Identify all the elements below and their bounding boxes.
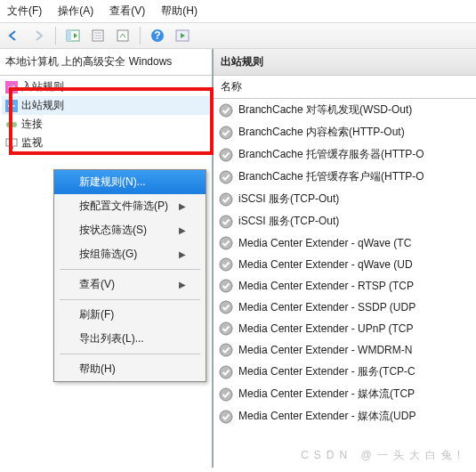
ctx-filter-group[interactable]: 按组筛选(G)▶ [54,242,206,266]
tree-item-inbound[interactable]: 入站规则 [2,77,210,96]
context-menu: 新建规则(N)... 按配置文件筛选(P)▶ 按状态筛选(S)▶ 按组筛选(G)… [53,169,206,382]
rule-name: Media Center Extender - qWave (TC [238,237,411,249]
svg-point-12 [6,122,12,127]
rule-out-icon [5,100,18,112]
properties-icon [91,28,105,43]
submenu-arrow-icon: ▶ [179,225,186,235]
check-circle-icon [219,236,233,250]
rule-row[interactable]: Media Center Extender - WMDRM-N [214,339,476,361]
ctx-label: 查看(V) [79,277,115,292]
rule-row[interactable]: iSCSI 服务(TCP-Out) [214,210,476,232]
ctx-label: 按配置文件筛选(P) [79,199,168,214]
submenu-arrow-icon: ▶ [179,280,186,289]
rule-name: BranchCache 对等机发现(WSD-Out) [238,102,412,118]
ctx-filter-state[interactable]: 按状态筛选(S)▶ [54,218,206,242]
tree-label: 监视 [21,135,43,151]
check-circle-icon [219,103,233,118]
ctx-separator [60,354,200,354]
toolbar: ? [0,22,476,49]
forward-button[interactable] [28,26,48,45]
rule-name: iSCSI 服务(TCP-Out) [238,214,339,229]
tree-root[interactable]: 本地计算机 上的高级安全 Windows [0,49,212,76]
menu-action[interactable]: 操作(A) [58,4,93,19]
rule-name: Media Center Extender - 媒体流(TCP [238,387,415,402]
arrow-left-icon [6,28,20,43]
rule-row[interactable]: Media Center Extender - 媒体流(TCP [214,383,476,405]
ctx-export[interactable]: 导出列表(L)... [54,327,206,351]
monitor-icon [5,137,18,150]
ctx-label: 刷新(F) [79,307,114,322]
check-circle-icon [219,343,233,357]
menu-help[interactable]: 帮助(H) [161,4,198,19]
help-button[interactable]: ? [148,26,167,45]
ctx-label: 帮助(H) [79,362,116,377]
ctx-filter-profile[interactable]: 按配置文件筛选(P)▶ [54,194,206,218]
menu-file[interactable]: 文件(F) [7,4,42,19]
rule-name: iSCSI 服务(TCP-Out) [238,191,339,207]
rule-row[interactable]: Media Center Extender - UPnP (TCP [214,318,476,339]
tree-item-connection[interactable]: 连接 [2,115,210,134]
svg-rect-14 [6,139,17,146]
check-circle-icon [219,126,233,140]
rule-row[interactable]: BranchCache 托管缓存客户端(HTTP-O [214,166,476,188]
rule-row[interactable]: Media Center Extender - RTSP (TCP [214,275,476,297]
rule-name: BranchCache 托管缓存服务器(HTTP-O [238,147,424,162]
back-button[interactable] [4,26,23,45]
ctx-separator [60,269,200,270]
help-icon: ? [150,28,165,43]
rule-name: Media Center Extender - 媒体流(UDP [238,409,415,424]
ctx-help[interactable]: 帮助(H) [54,357,206,381]
check-circle-icon [219,257,233,272]
arrow-right-icon [31,28,45,43]
list-title: 出站规则 [214,49,476,76]
check-circle-icon [219,192,233,207]
ctx-refresh[interactable]: 刷新(F) [54,303,206,327]
rule-row[interactable]: BranchCache 对等机发现(WSD-Out) [214,99,476,121]
ctx-view[interactable]: 查看(V)▶ [54,273,206,297]
tree-item-monitor[interactable]: 监视 [2,134,210,152]
check-circle-icon [219,215,233,229]
tree-item-outbound[interactable]: 出站规则 [2,96,210,115]
check-circle-icon [219,279,233,293]
rule-name: BranchCache 托管缓存客户端(HTTP-O [238,169,424,184]
column-header-name[interactable]: 名称 [214,76,476,99]
rule-name: Media Center Extender - qWave (UD [238,258,413,271]
rule-name: BranchCache 内容检索(HTTP-Out) [238,125,405,140]
submenu-arrow-icon: ▶ [179,249,186,259]
rule-row[interactable]: Media Center Extender - SSDP (UDP [214,297,476,318]
ctx-separator [60,299,200,300]
tree-pane: 本地计算机 上的高级安全 Windows 入站规则 出站规则 连接 监视 新建规… [0,49,214,468]
rule-name: Media Center Extender - UPnP (TCP [238,322,414,335]
rule-row[interactable]: Media Center Extender - qWave (TC [214,232,476,254]
menu-view[interactable]: 查看(V) [109,4,145,19]
show-tree-button[interactable] [63,26,83,45]
toolbar-separator [55,27,56,45]
rule-name: Media Center Extender - 服务(TCP-C [238,364,415,379]
export-button[interactable] [113,26,133,45]
panel-icon [66,28,80,43]
action-button[interactable] [173,26,192,45]
rule-row[interactable]: Media Center Extender - 媒体流(UDP [214,405,476,427]
rule-name: Media Center Extender - SSDP (UDP [238,301,415,313]
rule-row[interactable]: BranchCache 托管缓存服务器(HTTP-O [214,143,476,166]
rule-row[interactable]: Media Center Extender - 服务(TCP-C [214,361,476,383]
rule-row[interactable]: Media Center Extender - qWave (UD [214,254,476,275]
ctx-label: 新建规则(N)... [79,175,146,190]
rule-row[interactable]: BranchCache 内容检索(HTTP-Out) [214,121,476,143]
check-circle-icon [219,387,233,402]
check-circle-icon [219,170,233,184]
list-pane: 出站规则 名称 BranchCache 对等机发现(WSD-Out)Branch… [214,49,476,468]
svg-rect-6 [117,30,128,41]
rule-name: Media Center Extender - WMDRM-N [238,344,412,356]
menu-bar: 文件(F) 操作(A) 查看(V) 帮助(H) [0,0,476,22]
tree-label: 出站规则 [21,98,64,113]
ctx-new-rule[interactable]: 新建规则(N)... [54,170,206,194]
tree: 入站规则 出站规则 连接 监视 [0,76,212,154]
rule-row[interactable]: iSCSI 服务(TCP-Out) [214,188,476,210]
toolbar-separator [140,27,141,45]
check-circle-icon [219,148,233,162]
svg-point-13 [12,122,17,127]
properties-button[interactable] [88,26,108,45]
svg-text:?: ? [154,29,160,42]
play-icon [175,28,190,43]
